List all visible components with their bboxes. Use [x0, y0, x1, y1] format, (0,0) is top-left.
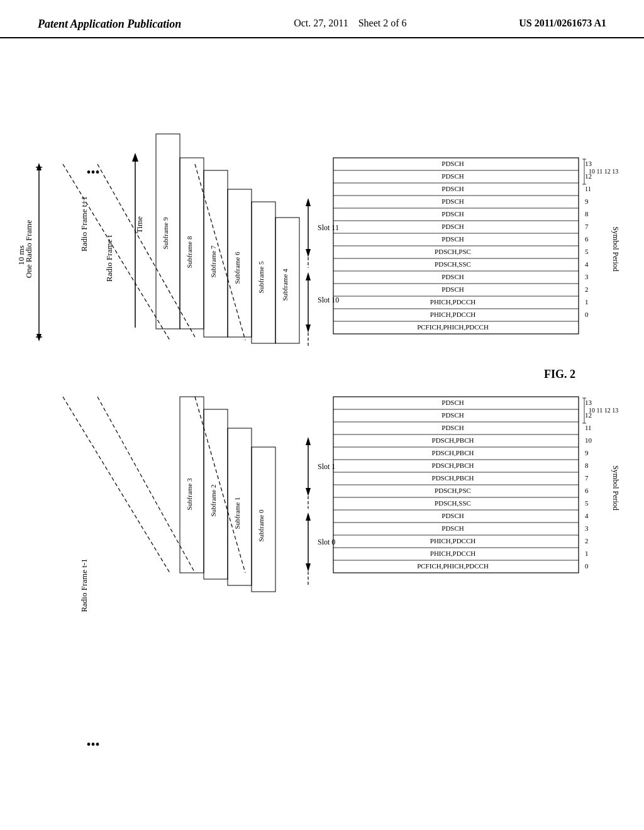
row12-label: PDSCH — [441, 172, 464, 180]
b-row10-label: PDSCH,PBCH — [432, 436, 474, 444]
row13-label: PDSCH — [441, 160, 464, 167]
slot1-label: Slot 1 — [318, 462, 335, 471]
slot0-label: Slot 0 — [318, 538, 335, 546]
subframe7-label: Subframe 7 — [209, 245, 217, 278]
duration-label: 10 ms — [16, 245, 26, 265]
num8: 8 — [585, 210, 589, 218]
subframe4-label: Subframe 4 — [281, 268, 289, 301]
b-row2-label: PHICH,PDCCH — [430, 537, 475, 545]
b-num11: 11 — [585, 424, 592, 431]
row9-label: PDSCH — [441, 210, 464, 218]
symbol-period-top: Symbol Period — [611, 226, 620, 272]
subframe2-label: Subframe 2 — [209, 484, 217, 516]
b-num3: 3 — [585, 524, 589, 532]
sheet-info: Sheet 2 of 6 — [358, 18, 407, 28]
num6: 6 — [585, 235, 589, 243]
subframe3-label: Subframe 3 — [186, 478, 193, 511]
svg-marker-53 — [306, 512, 311, 521]
subframe1-label: Subframe 1 — [233, 497, 241, 529]
row8-label: PDSCH — [441, 223, 464, 230]
b-num10: 10 — [585, 436, 592, 444]
publication-date: Oct. 27, 2011 — [294, 18, 348, 28]
row10-label: PDSCH — [441, 197, 464, 205]
header-center: Oct. 27, 2011 Sheet 2 of 6 — [294, 18, 406, 29]
num11-top: 11 — [585, 185, 591, 192]
slot10-label: Slot 10 — [318, 296, 339, 304]
row2-label: PHICH,PDCCH — [430, 298, 475, 306]
b-num4: 4 — [585, 512, 589, 519]
b-row8-label: PDSCH,PBCH — [432, 462, 474, 469]
b-num9: 9 — [585, 449, 589, 456]
svg-marker-22 — [306, 324, 311, 333]
subframe0-label: Subframe 0 — [257, 509, 265, 542]
b-num1: 1 — [585, 550, 589, 557]
b-num6: 6 — [585, 487, 589, 494]
b-row3-label: PDSCH — [441, 524, 464, 532]
diagram-area: One Radio Frame 10 ms Radio Frame t+1 Ra… — [0, 38, 644, 821]
num3: 3 — [585, 273, 589, 280]
patent-number: US 2011/0261673 A1 — [519, 18, 606, 29]
subframe5-label: Subframe 5 — [257, 261, 265, 294]
range1113: 10 11 12 13 — [589, 168, 618, 175]
svg-marker-49 — [306, 437, 311, 445]
svg-marker-54 — [306, 563, 311, 572]
fig2-label: FIG. 2 — [544, 368, 575, 380]
svg-line-42 — [97, 397, 195, 573]
row3-label: PDSCH — [441, 285, 464, 293]
b-row4-label: PDSCH — [441, 512, 464, 519]
dots-top: ••• — [86, 165, 99, 179]
svg-marker-21 — [306, 272, 311, 280]
b-row9-label: PDSCH,PBCH — [432, 449, 474, 456]
b-num13: 13 — [585, 399, 592, 406]
b-row7-label: PDSCH,PBCH — [432, 474, 474, 482]
b-row13-label: PDSCH — [441, 399, 464, 406]
num4: 4 — [585, 260, 589, 268]
b-num8: 8 — [585, 462, 589, 469]
row11-label: PDSCH — [441, 185, 464, 192]
frame-t-minus1-label: Radio Frame t-1 — [79, 558, 89, 612]
row4-label: PDSCH — [441, 273, 464, 280]
row5-label: PDSCH,SSC — [435, 260, 471, 268]
page-header: Patent Application Publication Oct. 27, … — [0, 0, 644, 38]
symbol-period-bottom: Symbol Period — [611, 465, 620, 511]
b-num7: 7 — [585, 474, 589, 482]
b-row6-label: PDSCH,PSC — [435, 487, 471, 494]
num13-top: 13 — [585, 160, 592, 167]
svg-line-43 — [195, 397, 245, 573]
subframe9-label: Subframe 9 — [162, 217, 169, 250]
time-label: Time — [135, 216, 144, 233]
svg-marker-6 — [132, 153, 138, 162]
svg-marker-50 — [306, 488, 311, 496]
publication-title: Patent Application Publication — [38, 18, 181, 31]
b-num2: 2 — [585, 537, 589, 545]
svg-marker-17 — [306, 198, 311, 206]
main-svg: One Radio Frame 10 ms Radio Frame t+1 Ra… — [0, 38, 644, 821]
dots-bottom: ••• — [86, 738, 99, 751]
b-row12-label: PDSCH — [441, 411, 464, 419]
num0: 0 — [585, 311, 589, 318]
svg-marker-3 — [36, 163, 42, 170]
num9: 9 — [585, 197, 589, 205]
row0-label: PCFICH,PHICH,PDCCH — [417, 323, 489, 331]
frame-t-label: Radio Frame t — [104, 235, 114, 282]
svg-marker-4 — [36, 334, 42, 341]
slot11-label: Slot 11 — [318, 223, 339, 232]
b-range1013: 10 11 12 13 — [589, 407, 618, 414]
svg-line-41 — [63, 397, 170, 573]
num2: 2 — [585, 285, 589, 293]
b-row0-label: PCFICH,PHICH,PDCCH — [417, 562, 489, 570]
num1: 1 — [585, 298, 589, 306]
b-row5-label: PDSCH,SSC — [435, 499, 471, 507]
b-row11-label: PDSCH — [441, 424, 464, 431]
row7-label: PDSCH — [441, 235, 464, 243]
subframe6-label: Subframe 6 — [233, 252, 241, 284]
b-num0: 0 — [585, 562, 589, 570]
b-num5: 5 — [585, 499, 589, 507]
num7: 7 — [585, 223, 589, 230]
row1-label: PHICH,PDCCH — [430, 311, 475, 318]
row6-label: PDSCH,PSC — [435, 248, 471, 255]
num5: 5 — [585, 248, 589, 255]
subframe8-label: Subframe 8 — [186, 236, 193, 268]
b-row1-label: PHICH,PDCCH — [430, 550, 475, 557]
